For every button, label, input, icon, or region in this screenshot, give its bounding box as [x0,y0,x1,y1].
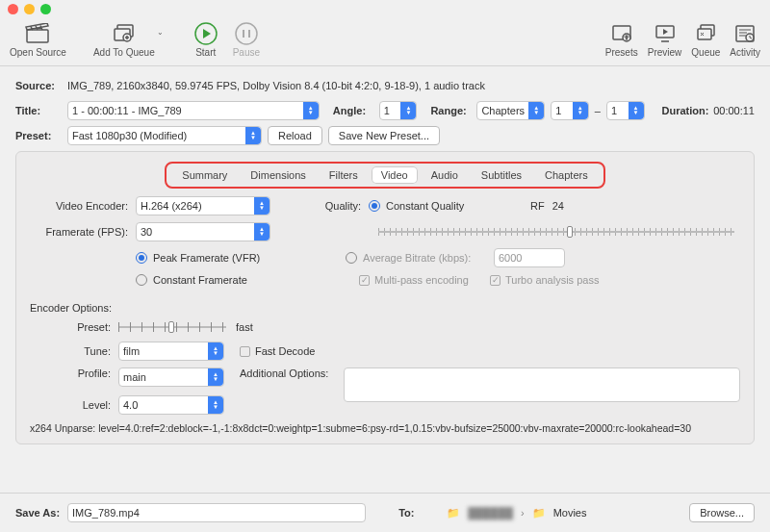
add-to-queue-dropdown[interactable]: ⌄ [157,28,164,37]
pause-button[interactable]: Pause [233,22,260,58]
svg-rect-0 [27,30,48,42]
tab-filters[interactable]: Filters [320,166,368,184]
preset-label: Preset: [15,130,62,141]
range-label: Range: [430,105,471,116]
zoom-window[interactable] [40,4,51,14]
video-encoder-select[interactable]: H.264 (x264) ▲▼ [136,196,270,215]
enc-tune-select[interactable]: film ▲▼ [118,342,224,361]
range-from-select[interactable]: 1 ▲▼ [551,101,589,120]
average-bitrate-label: Average Bitrate (kbps): [363,252,494,264]
constant-framerate-label: Constant Framerate [153,274,346,286]
updown-icon: ▲▼ [528,102,544,119]
angle-value: 1 [384,105,390,116]
preset-value: Fast 1080p30 (Modified) [72,130,187,141]
save-as-label: Save As: [15,507,60,519]
save-as-input[interactable]: IMG_789.mp4 [67,503,366,522]
enc-tune-label: Tune: [30,345,118,357]
source-value: IMG_789, 2160x3840, 59.9745 FPS, Dolby V… [67,80,485,91]
angle-label: Angle: [333,105,373,116]
multipass-label: Multi-pass encoding [374,274,490,286]
tab-audio[interactable]: Audio [422,166,468,184]
stack-plus-icon [111,22,138,45]
tab-summary[interactable]: Summary [172,166,237,184]
close-window[interactable] [8,4,18,14]
queue-button[interactable]: Queue [691,22,720,58]
presets-icon [608,22,635,45]
fast-decode-checkbox[interactable] [240,346,250,357]
peak-framerate-label: Peak Framerate (VFR) [153,252,346,264]
range-dash: – [595,105,601,116]
updown-icon: ▲▼ [573,102,588,119]
updown-icon: ▲▼ [254,197,270,215]
pause-icon [233,22,260,45]
video-panel: Summary Dimensions Filters Video Audio S… [15,151,755,444]
start-label: Start [195,47,216,58]
activity-label: Activity [730,47,760,58]
reload-button[interactable]: Reload [268,126,322,145]
updown-icon: ▲▼ [208,342,223,360]
constant-framerate-radio[interactable] [136,274,147,286]
add-to-queue-button[interactable]: Add To Queue [93,22,155,58]
preview-button[interactable]: Preview [648,22,682,58]
save-new-preset-button[interactable]: Save New Preset... [328,126,440,145]
updown-icon: ▲▼ [303,102,319,119]
browse-button[interactable]: Browse... [689,503,755,522]
average-bitrate-input[interactable]: 6000 [494,248,565,267]
tab-video[interactable]: Video [372,166,418,184]
updown-icon: ▲▼ [254,223,270,241]
angle-select[interactable]: 1 ▲▼ [379,101,418,120]
enc-profile-select[interactable]: main ▲▼ [118,367,224,387]
enc-profile-label: Profile: [30,367,118,379]
title-label: Title: [15,105,62,116]
tab-chapters[interactable]: Chapters [535,166,598,184]
updown-icon: ▲▼ [400,102,416,119]
updown-icon: ▲▼ [629,102,644,119]
constant-quality-radio[interactable] [369,200,380,212]
rf-label: RF [530,200,545,212]
dest-folder: Movies [553,507,587,519]
open-source-button[interactable]: Open Source [10,22,66,58]
svg-point-5 [236,23,257,44]
enc-preset-label: Preset: [30,321,118,333]
activity-icon [732,22,758,45]
framerate-select[interactable]: 30 ▲▼ [136,222,270,241]
breadcrumb-sep: › [521,507,525,519]
tab-dimensions[interactable]: Dimensions [241,166,315,184]
range-type-select[interactable]: Chapters ▲▼ [476,101,545,120]
multipass-checkbox[interactable]: ✓ [359,275,370,286]
presets-button[interactable]: Presets [605,22,638,58]
svg-rect-10 [698,29,711,39]
dest-hidden: ██████ [468,507,513,519]
enc-level-select[interactable]: 4.0 ▲▼ [118,395,224,415]
title-value: 1 - 00:00:11 - IMG_789 [72,105,182,116]
monitor-play-icon [652,22,679,45]
average-bitrate-radio[interactable] [346,252,357,264]
constant-quality-label: Constant Quality [386,200,501,212]
preset-select[interactable]: Fast 1080p30 (Modified) ▲▼ [67,126,262,145]
peak-framerate-radio[interactable] [136,252,147,264]
video-encoder-label: Video Encoder: [30,200,136,212]
enc-level-label: Level: [30,399,118,411]
enc-preset-slider[interactable] [118,319,226,335]
rf-slider[interactable] [378,224,734,240]
turbo-checkbox[interactable]: ✓ [490,275,500,286]
duration-value: 00:00:11 [713,105,755,116]
turbo-label: Turbo analysis pass [505,274,599,286]
minimize-window[interactable] [24,4,35,14]
enc-preset-value: fast [236,321,253,333]
start-button[interactable]: Start [192,22,219,58]
tabs-highlight: Summary Dimensions Filters Video Audio S… [165,162,604,189]
tab-subtitles[interactable]: Subtitles [472,166,531,184]
range-from-value: 1 [555,105,561,116]
stack-icon [692,22,719,45]
additional-options-input[interactable] [344,367,740,402]
encoder-options-heading: Encoder Options: [30,302,740,314]
additional-options-label: Additional Options: [240,367,344,379]
save-bar: Save As: IMG_789.mp4 To: 📁 ██████ › 📁 Mo… [0,493,770,532]
title-select[interactable]: 1 - 00:00:11 - IMG_789 ▲▼ [67,101,320,120]
window-controls [0,0,770,17]
activity-button[interactable]: Activity [730,22,760,58]
updown-icon: ▲▼ [208,396,223,414]
preview-label: Preview [648,47,682,58]
range-to-select[interactable]: 1 ▲▼ [606,101,645,120]
